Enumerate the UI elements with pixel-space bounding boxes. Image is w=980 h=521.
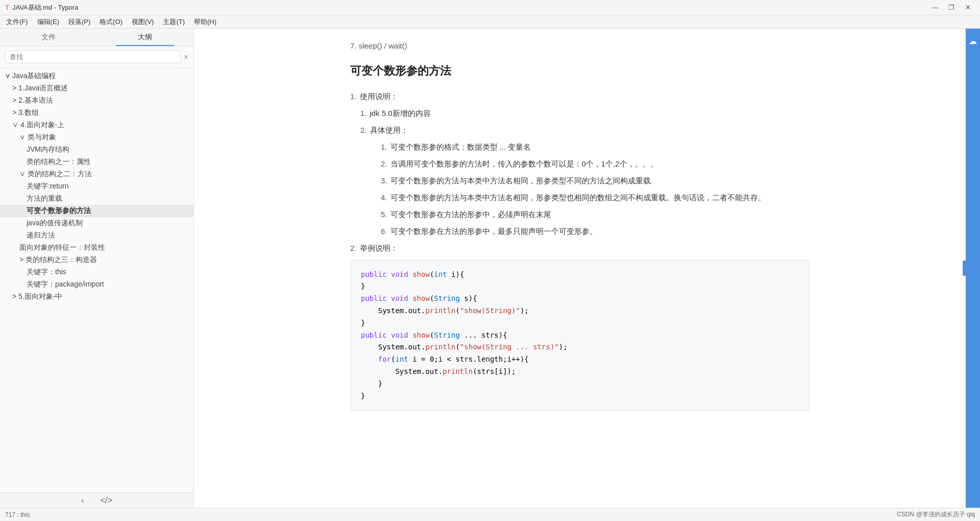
menu-edit[interactable]: 编辑(E) <box>33 16 63 28</box>
right-panel-button[interactable]: ☁ <box>966 34 980 48</box>
sidebar-item-value-passing[interactable]: java的值传递机制 <box>0 217 193 229</box>
content-area[interactable]: 7. sleep() / wait() 可变个数形参的方法 1. 使用说明： 1… <box>194 29 966 508</box>
example-label: 举例说明： <box>360 241 398 255</box>
maximize-button[interactable]: ❐ <box>944 2 959 13</box>
code-line-9: public void show(String ... strs){ <box>361 329 799 342</box>
list-num-1: 1. <box>350 89 357 103</box>
pre-item: 7. sleep() / wait() <box>350 39 810 53</box>
document-content: 7. sleep() / wait() 可变个数形参的方法 1. 使用说明： 1… <box>350 39 810 411</box>
detail-text-2: 当调用可变个数形参的方法时，传入的参数个数可以是：0个，1个,2个，。。。 <box>390 157 658 171</box>
detail-item-1: 1. 可变个数形参的格式：数据类型 ... 变量名 <box>381 140 810 154</box>
sidebar-item-class-method[interactable]: ∨ 类的结构之二：方法 <box>0 168 193 180</box>
sidebar-item-java-overview[interactable]: > 1.Java语言概述 <box>0 82 193 94</box>
sidebar-item-arrays[interactable]: > 3.数组 <box>0 107 193 119</box>
menu-view[interactable]: 视图(V) <box>128 16 158 28</box>
usage-label: 使用说明： <box>360 89 398 103</box>
sidebar-bottom: ‹ </> <box>0 492 193 508</box>
jdk-text: jdk 5.0新增的内容 <box>370 106 431 120</box>
menu-file[interactable]: 文件(F) <box>2 16 32 28</box>
sidebar-item-method-overload[interactable]: 方法的重载 <box>0 193 193 205</box>
sidebar-item-java-basics[interactable]: ∨ Java基础编程 <box>0 70 193 82</box>
menu-format[interactable]: 格式(O) <box>95 16 127 28</box>
statusbar-right: CSDN @李浸的成长历子 qiq <box>897 510 975 519</box>
menubar: 文件(F) 编辑(E) 段落(P) 格式(O) 视图(V) 主题(T) 帮助(H… <box>0 15 980 29</box>
sidebar-item-constructor[interactable]: > 类的结构之三：构造器 <box>0 254 193 266</box>
code-line-13: System.out.println(strs[i]); <box>361 366 799 378</box>
minimize-button[interactable]: — <box>928 2 942 13</box>
sidebar-item-keyword-return[interactable]: 关键字:return <box>0 180 193 193</box>
code-line-1: public void show(int i){ <box>361 269 799 281</box>
sidebar-item-varargs[interactable]: 可变个数形参的方法 <box>0 205 193 217</box>
nav-code-button[interactable]: </> <box>97 495 115 506</box>
window-title: JAVA基础.md - Typora <box>12 3 78 12</box>
detail-item-3: 3. 可变个数形参的方法与本类中方法名相同，形参类型不同的方法之间构成重载 <box>381 174 810 187</box>
subsublist-details: 1. 可变个数形参的格式：数据类型 ... 变量名 2. 当调用可变个数形参的方… <box>381 140 810 238</box>
menu-paragraph[interactable]: 段落(P) <box>64 16 94 28</box>
menu-help[interactable]: 帮助(H) <box>190 16 220 28</box>
close-icon[interactable]: × <box>184 53 188 61</box>
close-button[interactable]: ✕ <box>961 2 975 13</box>
app-icon: T <box>5 4 9 11</box>
sidebar-item-class-object[interactable]: ∨ 类与对象 <box>0 131 193 144</box>
code-line-14: } <box>361 378 799 390</box>
detail-text-3: 可变个数形参的方法与本类中方法名相同，形参类型不同的方法之间构成重载 <box>390 174 651 187</box>
section-example: 2. 举例说明： <box>350 241 810 255</box>
titlebar-left: T JAVA基础.md - Typora <box>5 3 78 12</box>
sidebar-item-recursion[interactable]: 递归方法 <box>0 229 193 242</box>
sidebar-item-basic-syntax[interactable]: > 2.基本语法 <box>0 94 193 107</box>
list-item-example: 2. 举例说明： <box>350 241 810 255</box>
sidebar-item-package-import[interactable]: 关键字：package/import <box>0 278 193 291</box>
detail-item-6: 6. 可变个数形参在方法的形参中，最多只能声明一个可变形参。 <box>381 224 810 238</box>
code-line-10: System.out.println("show(String ... strs… <box>361 341 799 353</box>
detail-text-5: 可变个数形参在方法的形参中，必须声明在末尾 <box>390 207 551 221</box>
specific-label: 具体使用： <box>370 123 408 137</box>
nav-back-button[interactable]: ‹ <box>78 495 87 506</box>
detail-item-2: 2. 当调用可变个数形参的方法时，传入的参数个数可以是：0个，1个,2个，。。。 <box>381 157 810 171</box>
sidebar-item-class-attribute[interactable]: 类的结构之一：属性 <box>0 156 193 168</box>
titlebar: T JAVA基础.md - Typora — ❐ ✕ <box>0 0 980 15</box>
tab-outline[interactable]: 大纲 <box>97 29 194 46</box>
section-usage: 1. 使用说明： 1. jdk 5.0新增的内容 2. 具体使用： 1. <box>350 89 810 238</box>
search-box: × <box>0 46 193 68</box>
main-area: 文件 大纲 × ∨ Java基础编程 > 1.Java语言概述 > 2.基本语法… <box>0 29 980 508</box>
code-line-7: } <box>361 317 799 329</box>
heading-varargs: 可变个数形参的方法 <box>350 61 810 81</box>
right-edge-marker <box>963 260 966 276</box>
statusbar-credit: CSDN @李浸的成长历子 qiq <box>897 510 975 519</box>
sidebar-item-this[interactable]: 关键字：this <box>0 266 193 278</box>
code-line-12: for(int i = 0;i < strs.length;i++){ <box>361 353 799 366</box>
code-block: public void show(int i){ } public void s… <box>350 260 810 411</box>
tab-file[interactable]: 文件 <box>0 29 97 46</box>
titlebar-controls: — ❐ ✕ <box>928 2 975 13</box>
sidebar-item-oop-upper[interactable]: ∨ 4.面向对象-上 <box>0 119 193 131</box>
detail-item-4: 4. 可变个数形参的方法与本类中方法名相同，形参类型也相同的数组之间不构成重载。… <box>381 191 810 204</box>
sublist-item-specific: 2. 具体使用： <box>360 123 810 137</box>
statusbar: 717 : this CSDN @李浸的成长历子 qiq <box>0 508 980 521</box>
code-line-6: System.out.println("show(String)"); <box>361 305 799 317</box>
code-line-15: } <box>361 390 799 402</box>
sublist-item-jdk: 1. jdk 5.0新增的内容 <box>360 106 810 120</box>
statusbar-left: 717 : this <box>5 511 30 518</box>
detail-text-4: 可变个数形参的方法与本类中方法名相同，形参类型也相同的数组之间不构成重载。换句话… <box>390 191 766 204</box>
right-panel: ☁ <box>966 29 980 508</box>
code-line-5: public void show(String s){ <box>361 293 799 305</box>
outline-tree: ∨ Java基础编程 > 1.Java语言概述 > 2.基本语法 > 3.数组 … <box>0 68 193 492</box>
sidebar-item-jvm-memory[interactable]: JVM内存结构 <box>0 144 193 156</box>
sidebar-item-oop-middle[interactable]: > 5.面向对象-中 <box>0 291 193 303</box>
sidebar-tabs: 文件 大纲 <box>0 29 193 46</box>
list-item-usage: 1. 使用说明： <box>350 89 810 103</box>
detail-text-1: 可变个数形参的格式：数据类型 ... 变量名 <box>390 140 531 154</box>
detail-item-5: 5. 可变个数形参在方法的形参中，必须声明在末尾 <box>381 207 810 221</box>
detail-text-6: 可变个数形参在方法的形参中，最多只能声明一个可变形参。 <box>390 224 597 238</box>
menu-theme[interactable]: 主题(T) <box>159 16 189 28</box>
sidebar-item-encapsulation[interactable]: 面向对象的特征一：封装性 <box>0 242 193 254</box>
sublist-usage: 1. jdk 5.0新增的内容 2. 具体使用： 1. 可变个数形参的格式：数据… <box>360 106 810 238</box>
code-line-3: } <box>361 280 799 293</box>
sidebar: 文件 大纲 × ∨ Java基础编程 > 1.Java语言概述 > 2.基本语法… <box>0 29 194 508</box>
search-input[interactable] <box>5 51 181 63</box>
